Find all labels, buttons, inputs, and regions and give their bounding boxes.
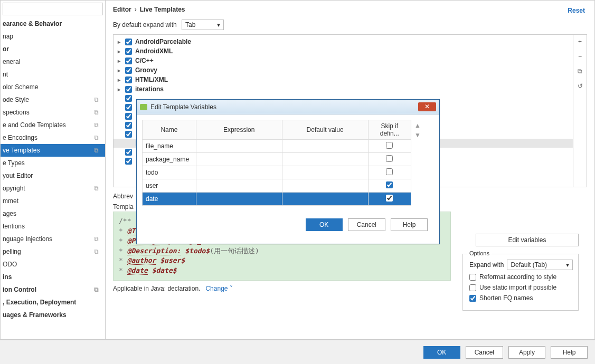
template-group-row[interactable]: ▸iterations	[114, 84, 573, 94]
expand-icon[interactable]: ▸	[118, 58, 123, 64]
edit-variables-button[interactable]: Edit variables	[476, 234, 579, 246]
sidebar-item-8[interactable]: spections⧉	[1, 106, 105, 119]
col-name[interactable]: Name	[143, 120, 196, 140]
dialog-ok-button[interactable]: OK	[306, 218, 343, 231]
table-row[interactable]: user	[143, 179, 411, 193]
cell-name[interactable]: date	[143, 193, 196, 206]
copy-icon[interactable]: ⧉	[578, 68, 582, 75]
expand-icon[interactable]: ▸	[118, 87, 123, 92]
cell-skip[interactable]	[368, 153, 411, 166]
group-checkbox[interactable]	[125, 158, 132, 165]
cell-skip[interactable]	[368, 166, 411, 179]
table-row[interactable]: file_name	[143, 140, 411, 153]
breadcrumb-root[interactable]: Editor	[113, 6, 131, 13]
dialog-cancel-button[interactable]: Cancel	[348, 218, 385, 231]
minus-icon[interactable]: −	[578, 53, 582, 60]
close-icon[interactable]: ✕	[418, 102, 436, 111]
dialog-help-button[interactable]: Help	[391, 218, 428, 231]
group-checkbox[interactable]	[125, 58, 132, 64]
expand-icon[interactable]: ▸	[118, 39, 123, 45]
sidebar-item-1[interactable]: earance & Behavior	[1, 17, 105, 30]
sidebar-item-22[interactable]: ion Control⧉	[1, 283, 105, 296]
cell-default[interactable]	[282, 153, 368, 166]
table-row[interactable]: date	[143, 193, 411, 206]
cell-skip[interactable]	[368, 179, 411, 193]
sidebar-item-19[interactable]: pelling⧉	[1, 245, 105, 258]
reset-link[interactable]: Reset	[568, 7, 585, 14]
sidebar-item-10[interactable]: e Encodings⧉	[1, 131, 105, 144]
group-checkbox[interactable]	[125, 104, 132, 111]
options-expand-select[interactable]: Default (Tab) ▾	[507, 260, 573, 270]
reformat-checkbox[interactable]	[469, 274, 476, 281]
group-checkbox[interactable]	[125, 122, 132, 129]
group-checkbox[interactable]	[125, 113, 132, 120]
cell-name[interactable]: todo	[143, 166, 196, 179]
sidebar-item-5[interactable]: nt	[1, 68, 105, 81]
cell-name[interactable]: file_name	[143, 140, 196, 153]
group-checkbox[interactable]	[125, 86, 132, 93]
move-down-icon[interactable]: ▼	[414, 131, 421, 139]
sidebar-item-17[interactable]: tentions	[1, 220, 105, 233]
sidebar-item-12[interactable]: e Types	[1, 157, 105, 169]
template-group-row[interactable]: ▸Groovy	[114, 65, 573, 75]
sidebar-item-9[interactable]: e and Code Templates⧉	[1, 119, 105, 131]
sidebar-item-14[interactable]: opyright⧉	[1, 182, 105, 195]
dialog-title-bar[interactable]: Edit Template Variables ✕	[137, 100, 439, 114]
sidebar-item-2[interactable]: nap	[1, 30, 105, 43]
cell-expression[interactable]	[196, 153, 282, 166]
cell-default[interactable]	[282, 193, 368, 206]
skip-checkbox[interactable]	[386, 181, 393, 188]
skip-checkbox[interactable]	[386, 142, 393, 149]
sidebar-item-21[interactable]: ins	[1, 271, 105, 283]
sidebar-item-18[interactable]: nguage Injections⧉	[1, 233, 105, 245]
sidebar-search-input[interactable]	[3, 3, 103, 15]
expand-with-select[interactable]: Tab ▾	[182, 20, 224, 30]
variables-table[interactable]: Name Expression Default value Skip if de…	[142, 120, 411, 206]
table-row[interactable]: todo	[143, 166, 411, 179]
col-skip[interactable]: Skip if defin...	[368, 120, 411, 140]
template-group-row[interactable]: ▸AndroidParcelable	[114, 37, 573, 46]
sidebar-item-15[interactable]: mmet	[1, 195, 105, 207]
apply-button[interactable]: Apply	[508, 346, 545, 359]
group-checkbox[interactable]	[125, 39, 132, 45]
skip-checkbox[interactable]	[386, 195, 393, 202]
sidebar-item-24[interactable]: uages & Frameworks	[1, 309, 105, 321]
sidebar-item-23[interactable]: , Execution, Deployment	[1, 296, 105, 309]
option-reformat[interactable]: Reformat according to style	[469, 273, 573, 281]
help-button[interactable]: Help	[551, 346, 588, 359]
change-context-link[interactable]: Change ˅	[205, 285, 232, 292]
sidebar-item-4[interactable]: eneral	[1, 55, 105, 68]
skip-checkbox[interactable]	[386, 155, 393, 162]
template-group-row[interactable]: ▸HTML/XML	[114, 75, 573, 84]
cell-skip[interactable]	[368, 140, 411, 153]
group-checkbox[interactable]	[125, 67, 132, 74]
col-expression[interactable]: Expression	[196, 120, 282, 140]
plus-icon[interactable]: +	[578, 38, 582, 45]
cell-default[interactable]	[282, 166, 368, 179]
cell-name[interactable]: user	[143, 179, 196, 193]
template-group-row[interactable]: ▸C/C++	[114, 56, 573, 65]
template-group-row[interactable]: ▸AndroidXML	[114, 46, 573, 56]
cell-expression[interactable]	[196, 166, 282, 179]
cell-name[interactable]: package_name	[143, 153, 196, 166]
expand-icon[interactable]: ▸	[118, 49, 123, 54]
cell-expression[interactable]	[196, 179, 282, 193]
cell-default[interactable]	[282, 179, 368, 193]
sidebar-item-16[interactable]: ages	[1, 207, 105, 220]
cell-expression[interactable]	[196, 140, 282, 153]
sidebar-item-7[interactable]: ode Style⧉	[1, 93, 105, 106]
cell-expression[interactable]	[196, 193, 282, 206]
group-checkbox[interactable]	[125, 149, 132, 156]
col-default[interactable]: Default value	[282, 120, 368, 140]
group-checkbox[interactable]	[125, 95, 132, 102]
sidebar-item-20[interactable]: ODO	[1, 258, 105, 271]
expand-icon[interactable]: ▸	[118, 77, 123, 83]
option-static-import[interactable]: Use static import if possible	[469, 284, 573, 291]
sidebar-item-11[interactable]: ve Templates⧉	[1, 144, 105, 157]
undo-icon[interactable]: ↺	[578, 82, 583, 90]
option-shorten-fq[interactable]: Shorten FQ names	[469, 294, 573, 302]
expand-icon[interactable]: ▸	[118, 68, 123, 73]
shorten-fq-checkbox[interactable]	[469, 295, 476, 302]
move-up-icon[interactable]: ▲	[414, 122, 421, 129]
static-import-checkbox[interactable]	[469, 284, 476, 291]
